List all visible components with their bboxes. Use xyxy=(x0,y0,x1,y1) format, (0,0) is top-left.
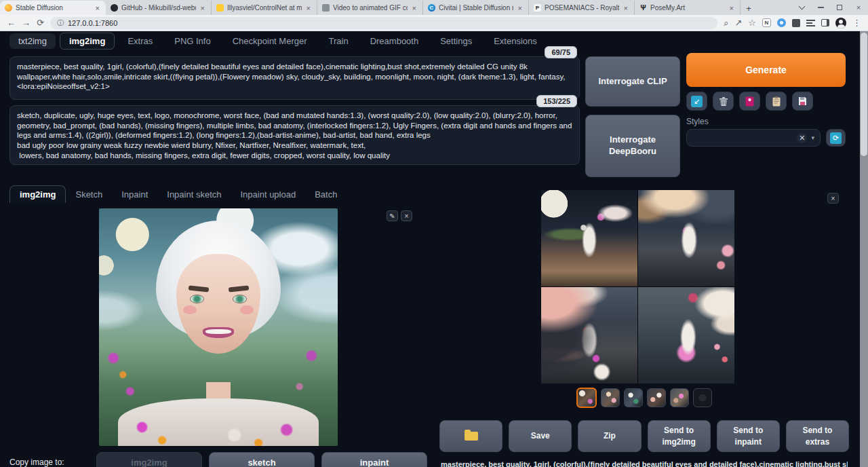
send-to-img2img-button[interactable]: Send to img2img xyxy=(648,420,711,452)
window-chevron-icon[interactable] xyxy=(792,0,811,15)
gallery-action-buttons: Save Zip Send to img2img Send to inpaint… xyxy=(439,420,849,452)
edit-image-button[interactable]: ✎ xyxy=(387,210,398,221)
page-scrollbar[interactable] xyxy=(860,31,868,467)
clear-prompt-button[interactable] xyxy=(713,92,734,111)
tab-close-icon[interactable]: × xyxy=(517,4,524,12)
extensions-puzzle-icon[interactable] xyxy=(792,19,800,27)
copy-image-to-row: Copy image to: img2img sketch inpaint xyxy=(9,452,427,467)
thumbnail-3[interactable] xyxy=(624,388,643,407)
subtab-inpaint[interactable]: Inpaint xyxy=(112,186,157,203)
tab-close-icon[interactable]: × xyxy=(305,4,312,12)
subtab-inpaint-upload[interactable]: Inpaint upload xyxy=(231,186,305,203)
subtab-img2img[interactable]: img2img xyxy=(9,185,66,204)
browser-tab-posemyart[interactable]: Ψ PoseMy.Art × xyxy=(635,1,741,15)
generate-button[interactable]: Generate xyxy=(686,53,846,87)
profile-avatar[interactable] xyxy=(835,18,846,29)
subtab-batch[interactable]: Batch xyxy=(305,186,347,203)
tab-title: PoseMy.Art xyxy=(650,4,725,12)
thumbnail-4[interactable] xyxy=(647,388,666,407)
clear-styles-icon[interactable]: ✕ xyxy=(797,133,807,143)
tab-close-icon[interactable]: × xyxy=(94,4,101,12)
site-info-icon[interactable]: ⓘ xyxy=(57,18,64,28)
subtab-sketch[interactable]: Sketch xyxy=(66,186,112,203)
copy-to-sketch-button[interactable]: sketch xyxy=(209,452,315,467)
save-style-button[interactable] xyxy=(792,92,813,111)
open-folder-button[interactable] xyxy=(439,420,502,452)
browser-tab-gif-converter[interactable]: Video to animated GIF converter × xyxy=(317,1,423,15)
tab-txt2img[interactable]: txt2img xyxy=(9,33,56,49)
bookmark-star-icon[interactable]: ☆ xyxy=(748,18,756,27)
window-minimize-button[interactable] xyxy=(811,0,830,15)
gif-favicon-icon xyxy=(322,4,330,12)
negative-prompt-input[interactable]: sketch, duplicate, ugly, huge eyes, text… xyxy=(9,105,580,165)
source-image-preview[interactable] xyxy=(99,208,338,446)
copy-to-inpaint-button[interactable]: inpaint xyxy=(321,452,427,467)
subtab-inpaint-sketch[interactable]: Inpaint sketch xyxy=(157,186,231,203)
zip-button[interactable]: Zip xyxy=(578,420,641,452)
forward-icon[interactable]: → xyxy=(22,18,31,27)
tab-settings[interactable]: Settings xyxy=(431,33,481,49)
tab-title: GitHub - Mikubill/sd-webui-con xyxy=(121,4,196,12)
browser-tab-stable-diffusion[interactable]: Stable Diffusion × xyxy=(0,1,106,15)
back-icon[interactable]: ← xyxy=(7,18,16,27)
notion-extension-icon[interactable]: N xyxy=(762,18,771,27)
menu-kebab-icon[interactable]: ⋮ xyxy=(852,18,861,27)
interrogate-clip-button[interactable]: Interrogate CLIP xyxy=(585,56,680,107)
thumbnail-1-selected[interactable] xyxy=(576,388,597,408)
browser-tab-civitai[interactable]: C Civitai | Stable Diffusion model × xyxy=(423,1,529,15)
refresh-styles-button[interactable]: ⟳ xyxy=(826,129,846,147)
copy-to-img2img-button: img2img xyxy=(96,452,202,467)
browser-tab-controlnet[interactable]: Illyasviel/ControlNet at main × xyxy=(212,1,317,15)
gallery-image-4[interactable] xyxy=(638,287,734,384)
close-gallery-button[interactable]: × xyxy=(827,193,839,204)
tab-extras[interactable]: Extras xyxy=(119,33,161,49)
copy-image-to-label: Copy image to: xyxy=(9,457,90,467)
browser-tab-posemaniacs[interactable]: P POSEMANIACS - Royalty free 3 × xyxy=(529,1,635,15)
trash-icon xyxy=(719,96,728,107)
thumbnail-5[interactable] xyxy=(670,388,689,407)
read-generation-params-button[interactable]: ↙ xyxy=(686,92,707,111)
styles-dropdown[interactable]: ✕ ▾ xyxy=(686,129,821,147)
thumbnail-6[interactable] xyxy=(693,388,712,407)
prompt-input[interactable]: masterpiece, best quality, 1girl, (color… xyxy=(9,56,580,100)
tab-close-icon[interactable]: × xyxy=(728,4,735,12)
gallery-image-3[interactable] xyxy=(541,287,637,384)
share-icon[interactable]: ↗ xyxy=(734,18,742,27)
save-button[interactable]: Save xyxy=(509,420,572,452)
reload-icon[interactable]: ⟳ xyxy=(37,18,44,27)
gallery-image-2[interactable] xyxy=(638,190,734,286)
reading-list-icon[interactable] xyxy=(806,20,815,26)
tab-png-info[interactable]: PNG Info xyxy=(165,33,219,49)
prompt-tools-row: ↙ xyxy=(686,92,846,111)
apply-styles-button[interactable] xyxy=(766,92,787,111)
side-panel-icon[interactable] xyxy=(821,19,829,26)
extra-networks-button[interactable] xyxy=(739,92,760,111)
address-bar[interactable]: ⓘ 127.0.0.1:7860 xyxy=(50,17,717,29)
gallery-image-1[interactable] xyxy=(541,190,637,286)
tab-close-icon[interactable]: × xyxy=(199,4,206,12)
tab-close-icon[interactable]: × xyxy=(411,4,418,12)
url-text: 127.0.0.1:7860 xyxy=(68,19,117,27)
window-close-button[interactable]: × xyxy=(849,0,868,15)
tab-img2img[interactable]: img2img xyxy=(60,33,115,50)
interrogate-deepbooru-button[interactable]: Interrogate DeepBooru xyxy=(585,115,680,177)
blue-extension-icon[interactable] xyxy=(777,18,786,27)
send-to-extras-button[interactable]: Send to extras xyxy=(786,420,849,452)
tab-close-icon[interactable]: × xyxy=(623,4,629,12)
zoom-icon[interactable]: ⌕ xyxy=(724,18,728,27)
tab-train[interactable]: Train xyxy=(320,33,357,49)
portrait-face xyxy=(176,254,260,354)
thumbnail-2[interactable] xyxy=(601,388,620,407)
scrollbar-thumb[interactable] xyxy=(861,33,867,156)
tab-extensions[interactable]: Extensions xyxy=(485,33,546,49)
gallery-image-grid[interactable] xyxy=(541,190,734,384)
tab-checkpoint-merger[interactable]: Checkpoint Merger xyxy=(224,33,316,49)
styles-row: ✕ ▾ ⟳ xyxy=(686,129,846,147)
browser-tab-github[interactable]: GitHub - Mikubill/sd-webui-con × xyxy=(106,1,212,15)
new-tab-button[interactable]: + xyxy=(741,1,757,15)
browser-window: Stable Diffusion × GitHub - Mikubill/sd-… xyxy=(0,0,868,467)
remove-image-button[interactable]: × xyxy=(401,210,412,221)
window-maximize-button[interactable] xyxy=(830,0,849,15)
send-to-inpaint-button[interactable]: Send to inpaint xyxy=(717,420,780,452)
tab-dreambooth[interactable]: Dreambooth xyxy=(361,33,428,49)
